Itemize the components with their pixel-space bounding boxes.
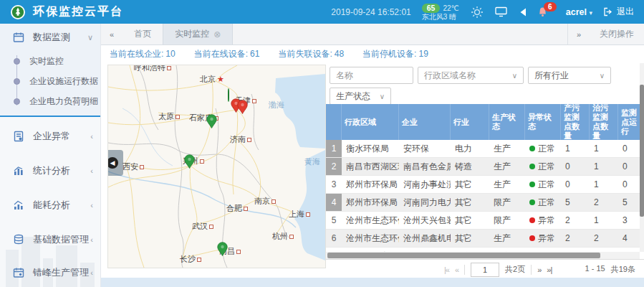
sidebar-item-realtime-monitoring[interactable]: 实时监控 [0,51,100,71]
region-select[interactable]: 行政区域名称∨ [418,67,524,84]
cell-company: 河南同力电力设备 [399,194,451,211]
cell-industry: 其它 [451,230,489,247]
map-marker-green-pin[interactable] [206,114,217,131]
capital-star-icon: ★ [217,75,224,84]
record-range-label: 1 - 15 [585,264,605,275]
col-region[interactable]: 行政区域 [342,104,399,140]
tabs-scroll-right-icon[interactable]: » [568,30,590,39]
cell-company: 河南办事处演示 [399,176,451,193]
map-marker-red-pin[interactable] [237,100,248,117]
city-label-济南: 济南 [230,134,251,145]
city-label-呼和浩特: 呼和浩特 [134,65,171,73]
logout-button[interactable]: 退出 [603,6,634,18]
next-page-button[interactable]: » [537,265,541,274]
cell-abnormal-status: 异常 [525,230,561,247]
city-label-西安: 西安 [122,161,144,172]
tabs-scroll-left-icon[interactable]: « [101,30,122,39]
tab-bar: « 首页 实时监控 ⊗ » 关闭操作 [101,24,644,45]
table-row[interactable]: 5沧州市生态环保局沧州天兴包装制品其它限产异常213 [326,212,640,230]
sea-label: 黄海 [304,156,320,167]
chevron-collapsed-icon: ‹ [90,268,93,277]
cell-running-points: 0 [618,158,640,175]
vertical-scrollbar-thumb[interactable] [640,85,644,217]
notification-bell[interactable]: 6 [537,6,548,18]
record-total-label: 共19条 [611,264,635,275]
city-label-太原: 太原 [158,111,180,122]
cell-industry: 其它 [451,212,489,229]
last-page-button[interactable]: »| [547,265,552,274]
map-marker-green-dot[interactable] [228,89,229,102]
page-number-input[interactable] [471,263,499,277]
top-header-bar: 环保监控云平台 2019-09-24 16:52:01 65 22℃ 东北风3 … [0,0,644,24]
sound-icon[interactable] [518,8,527,17]
sidebar-group-enterprise-abnormal[interactable]: 企业异常 ‹ [0,123,100,150]
weather-sun-icon [470,5,484,19]
tab-home[interactable]: 首页 [122,24,163,44]
cell-pollution-points: 0 [561,158,590,175]
cell-region: 郑州市环保局 [342,176,399,193]
chevron-collapsed-icon: ‹ [90,132,93,141]
cell-treatment-points: 1 [590,158,618,175]
city-square-icon [167,66,171,70]
tab-realtime-monitoring[interactable]: 实时监控 ⊗ [163,24,233,44]
calendar-icon [13,32,24,43]
col-abnormal-status[interactable]: 异常状态 [525,104,561,140]
industry-select[interactable]: 所有行业∨ [528,67,611,84]
city-label-合肥: 合肥 [226,203,248,214]
prev-page-button[interactable]: « [455,265,458,274]
panel-collapse-toggle[interactable]: ◀ [107,150,123,176]
map-marker-green-pin[interactable] [217,242,228,259]
cell-pollution-points: 1 [561,140,590,157]
sidebar-group-base-data[interactable]: 基础数据管理 ‹ [0,226,100,253]
status-dot-normal [529,164,535,169]
table-row[interactable]: 6沧州市生态环保局沧州鼎鑫机电设备其它生产异常224 [326,230,640,248]
map-marker-green-pin[interactable] [184,154,195,171]
city-label-北京: 北京★ [200,74,224,85]
horizontal-scrollbar-thumb[interactable] [327,253,600,258]
sidebar-group-statistics[interactable]: 统计分析 ‹ [0,157,100,184]
name-search-input[interactable] [330,67,413,84]
col-running-points[interactable]: 监测点运行 [618,104,640,140]
chart-icon [13,199,24,211]
status-dot-abnormal [529,235,535,241]
stat-online-devices: 当前在线设备:61 [194,48,260,60]
china-map[interactable]: ◀ 渤海黄海呼和浩特北京★天津太原石家庄济南西安郑州南京合肥上海武汉杭州长沙南昌 [107,65,326,268]
temperature-label: 22℃ [443,4,458,12]
table-row[interactable]: 2南昌市西湖区环保局南昌有色金属有限铸造生产正常010 [326,158,640,176]
sidebar-group-data-monitoring[interactable]: 数据监测 ∨ [0,24,100,51]
production-status-select[interactable]: 生产状态∨ [330,88,391,105]
datetime-display: 2019-09-24 16:52:01 [331,7,410,17]
first-page-button[interactable]: |« [444,265,449,274]
sidebar-item-power-load-detail[interactable]: 企业电力负荷明细 [0,91,100,111]
cell-abnormal-status: 正常 [525,176,561,193]
enterprise-list-panel: 行政区域名称∨ 所有行业∨ 生产状态∨ 行政区域企业行业生产状态异常状态产污监测… [326,63,644,278]
col-production-status[interactable]: 生产状态 [489,104,525,140]
stat-online-enterprises: 当前在线企业:10 [110,48,176,60]
close-operations-menu[interactable]: 关闭操作 [590,28,644,40]
cell-treatment-points: 1 [590,140,618,157]
weather-block: 65 22℃ 东北风3 晴 [422,4,459,21]
status-dot-normal [529,199,535,205]
col-industry[interactable]: 行业 [451,104,489,140]
monitor-icon[interactable] [495,6,507,17]
cell-running-points: 3 [618,212,640,229]
sidebar-item-facility-data[interactable]: 企业设施运行数据 [0,71,100,91]
col-treatment-points[interactable]: 治污监测点数量 [590,104,618,140]
table-row[interactable]: 3郑州市环保局河南办事处演示其它生产正常010 [326,176,640,194]
col-company[interactable]: 企业 [399,104,451,140]
notification-count-badge: 6 [544,2,557,11]
cell-production-status: 生产 [489,158,525,175]
table-row[interactable]: 4郑州市环保局河南同力电力设备其它限产正常525 [326,194,640,212]
sidebar-group-staggered-production[interactable]: 错峰生产管理 ‹ [0,259,100,286]
chevron-left-icon: ◀ [107,157,118,169]
col-pollution-points[interactable]: 产污监测点数量 [561,104,590,140]
sidebar-group-energy-analysis[interactable]: 能耗分析 ‹ [0,192,100,219]
city-square-icon [247,138,251,142]
table-row[interactable]: 1衡水环保局安环保电力生产正常110 [326,140,640,158]
chevron-down-icon: ▾ [589,9,592,17]
filter-bar: 行政区域名称∨ 所有行业∨ 生产状态∨ [326,63,638,104]
tab-close-icon[interactable]: ⊗ [213,29,221,39]
environmental-monitoring-app: 环保监控云平台 2019-09-24 16:52:01 65 22℃ 东北风3 … [0,0,644,287]
user-menu[interactable]: acrel ▾ [566,7,592,17]
cell-company: 沧州天兴包装制品 [399,212,451,229]
